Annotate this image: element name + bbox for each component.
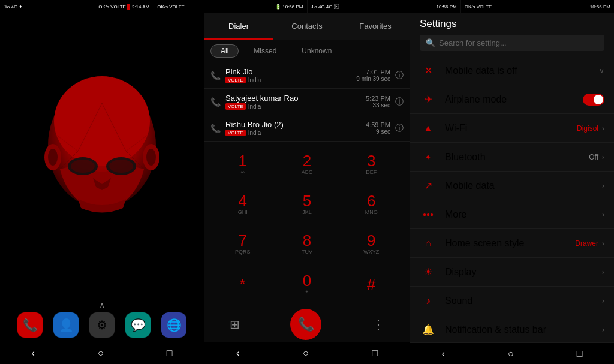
settings-item-home-screen[interactable]: ⌂ Home screen style Drawer › [410, 229, 614, 258]
time-1: 2:14 AM [132, 4, 149, 10]
settings-item-display-right: › [602, 268, 604, 276]
settings-home-button[interactable]: ○ [508, 348, 514, 359]
settings-item-mobile-data-off[interactable]: ✕ Mobile data is off ∨ [410, 56, 614, 85]
more-options-button[interactable]: ⋮ [372, 317, 384, 332]
tab-dialer[interactable]: Dialer [204, 13, 273, 40]
dock-contacts-icon[interactable]: 👤 [53, 312, 79, 338]
settings-item-mobile-data-off-right: ∨ [599, 67, 604, 75]
keypad-toggle-button[interactable]: ⊞ [230, 317, 240, 332]
settings-item-bluetooth[interactable]: ✦ Bluetooth Off › [410, 143, 614, 172]
call-location-1: India [248, 103, 261, 110]
key-6[interactable]: 6 MNO [339, 184, 404, 224]
settings-search-bar[interactable]: 🔍 Search for setting... [420, 35, 604, 51]
call-sub-0: VOLTE India [225, 77, 356, 83]
call-tag-0: VOLTE [225, 77, 246, 83]
key-1[interactable]: 1 ∞ [210, 144, 275, 184]
mobile-data-icon: ↗ [420, 180, 437, 191]
settings-item-sound[interactable]: ♪ Sound › [410, 287, 614, 315]
svg-point-1 [54, 76, 150, 166]
key-0[interactable]: 0 + [275, 264, 339, 304]
settings-item-airplane-right [583, 94, 604, 106]
home-button[interactable]: ○ [98, 348, 104, 359]
battery-icon-1: ▊ [127, 4, 131, 10]
call-location-2: India [248, 130, 261, 136]
tab-favorites[interactable]: Favorites [341, 13, 410, 40]
settings-title: Settings [420, 18, 604, 30]
settings-back-button[interactable]: ‹ [442, 348, 445, 359]
settings-item-mobile-data-right: › [602, 182, 604, 190]
dock-messages-icon[interactable]: 💬 [125, 312, 151, 338]
more-icon: ●●● [420, 211, 437, 218]
key-3[interactable]: 3 DEF [339, 144, 404, 184]
call-info-1: Satyajeet kumar Rao VOLTE India [225, 94, 366, 110]
wifi-chevron-icon: › [602, 124, 604, 133]
status-bar-1: Jio 4G ✦ OK/s VOLTE ▊ 2:14 AM [0, 0, 154, 13]
key-4[interactable]: 4 GHI [210, 184, 275, 224]
settings-item-wifi-label: Wi-Fi [445, 123, 577, 134]
settings-item-display[interactable]: ☀ Display › [410, 258, 614, 287]
call-icon-1: 📞 [210, 97, 221, 107]
dock-phone-icon[interactable]: 📞 [17, 312, 43, 338]
settings-header: Settings 🔍 Search for setting... [410, 13, 614, 56]
recent-button[interactable]: □ [167, 348, 173, 359]
info-icon-1[interactable]: ⓘ [395, 97, 404, 107]
settings-item-mobile-data-off-label: Mobile data is off [445, 65, 599, 76]
back-button[interactable]: ‹ [32, 348, 35, 359]
settings-item-wifi[interactable]: ▲ Wi-Fi Digisol › [410, 114, 614, 143]
keypad-row-0: 1 ∞ 2 ABC 3 DEF [210, 144, 404, 184]
filter-missed[interactable]: Missed [243, 44, 287, 58]
settings-item-home-screen-label: Home screen style [445, 238, 575, 249]
settings-item-sound-right: › [602, 297, 604, 305]
filter-unknown[interactable]: Unknown [291, 44, 342, 58]
search-icon: 🔍 [426, 38, 435, 47]
filter-all[interactable]: All [210, 44, 239, 58]
dialer-recent-button[interactable]: □ [372, 348, 378, 359]
time-4: 10:56 PM [590, 4, 610, 10]
call-icon-0: 📞 [210, 71, 221, 80]
call-time-0: 7:01 PM 9 min 39 sec [356, 68, 390, 82]
settings-list: ✕ Mobile data is off ∨ ✈ Airplane mode ▲… [410, 56, 614, 342]
key-star[interactable]: * [210, 264, 275, 304]
key-2[interactable]: 2 ABC [275, 144, 339, 184]
bluetooth-value: Off [589, 153, 598, 161]
call-name-2: Rishu Bro Jio (2) [225, 120, 366, 129]
call-sub-1: VOLTE India [225, 103, 366, 110]
airplane-mode-toggle[interactable] [583, 94, 604, 106]
call-name-0: Pink Jio [225, 67, 356, 76]
key-5[interactable]: 5 JKL [275, 184, 339, 224]
display-icon: ☀ [420, 266, 437, 278]
call-entry-1[interactable]: 📞 Satyajeet kumar Rao VOLTE India 5:23 P… [204, 89, 410, 115]
dock-settings-icon[interactable]: ⚙ [89, 312, 115, 338]
dialer-home-button[interactable]: ○ [303, 348, 309, 359]
svg-point-4 [71, 160, 95, 173]
call-entry-2[interactable]: 📞 Rishu Bro Jio (2) VOLTE India 4:59 PM … [204, 115, 410, 142]
settings-item-notification[interactable]: 🔔 Notification & status bar › [410, 315, 614, 342]
airplane-mode-icon: ✈ [420, 94, 437, 105]
settings-item-more-right: › [602, 210, 604, 219]
dialer-back-button[interactable]: ‹ [236, 348, 239, 359]
settings-item-airplane-mode[interactable]: ✈ Airplane mode [410, 85, 614, 114]
key-hash[interactable]: # [339, 264, 404, 304]
bluetooth-chevron-icon: › [602, 153, 604, 161]
speed-2: OK/s VOLTE [157, 4, 185, 10]
call-name-1: Satyajeet kumar Rao [225, 94, 366, 103]
call-button[interactable]: 📞 [290, 309, 321, 340]
svg-point-5 [109, 160, 133, 173]
key-9[interactable]: 9 WXYZ [339, 224, 404, 264]
sound-chevron-icon: › [602, 297, 604, 305]
info-icon-0[interactable]: ⓘ [395, 70, 404, 81]
helmet-image [36, 73, 168, 241]
key-7[interactable]: 7 PQRS [210, 224, 275, 264]
settings-item-airplane-label: Airplane mode [445, 94, 583, 105]
info-icon-2[interactable]: ⓘ [395, 123, 404, 134]
app-dock: ∧ 📞 👤 ⚙ 💬 🌐 [0, 300, 204, 342]
time-3: 10:56 PM [437, 4, 457, 10]
settings-recent-button[interactable]: □ [577, 348, 583, 359]
svg-point-15 [146, 149, 156, 166]
key-8[interactable]: 8 TUV [275, 224, 339, 264]
settings-item-mobile-data[interactable]: ↗ Mobile data › [410, 172, 614, 200]
tab-contacts[interactable]: Contacts [273, 13, 341, 40]
call-entry-0[interactable]: 📞 Pink Jio VOLTE India 7:01 PM 9 min 39 … [204, 62, 410, 89]
settings-item-more[interactable]: ●●● More › [410, 200, 614, 229]
dock-browser-icon[interactable]: 🌐 [161, 312, 186, 338]
